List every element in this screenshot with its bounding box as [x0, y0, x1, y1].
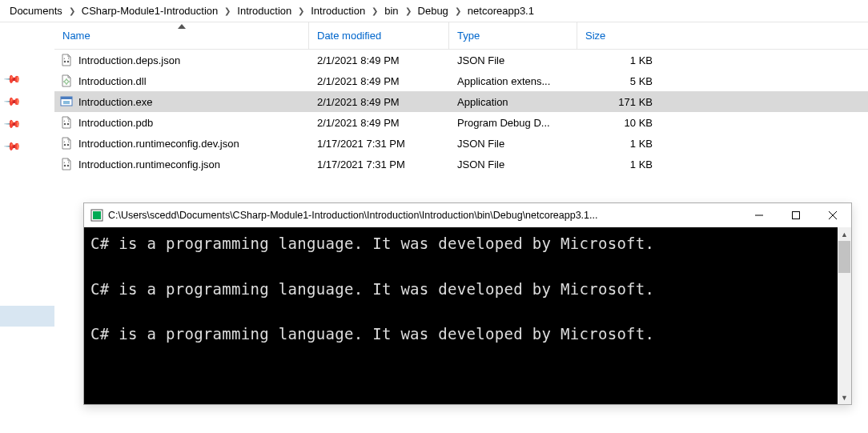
- chevron-right-icon: ❯: [69, 6, 75, 15]
- svg-rect-13: [93, 211, 101, 219]
- breadcrumb-segment[interactable]: bin: [381, 3, 401, 18]
- pin-icon[interactable]: 📌: [2, 136, 21, 154]
- file-name: Introduction.pdb: [78, 117, 153, 129]
- file-name: Introduction.exe: [78, 96, 153, 108]
- breadcrumb-segment[interactable]: CSharp-Module1-Introduction: [78, 3, 222, 18]
- file-size: 10 KB: [577, 117, 661, 129]
- file-type: JSON File: [449, 138, 577, 150]
- chevron-right-icon: ❯: [298, 6, 304, 15]
- file-name: Introduction.runtimeconfig.json: [78, 158, 220, 170]
- svg-point-10: [64, 165, 66, 166]
- json-file-icon: [59, 53, 74, 67]
- sidebar-selected-item[interactable]: [0, 306, 54, 327]
- breadcrumb-segment[interactable]: Introduction: [234, 3, 295, 18]
- dll-file-icon: [59, 74, 74, 88]
- file-date: 1/17/2021 7:31 PM: [309, 158, 449, 170]
- pin-icon[interactable]: 📌: [2, 69, 21, 87]
- pin-icon[interactable]: 📌: [2, 91, 21, 110]
- chevron-right-icon: ❯: [372, 6, 378, 15]
- navigation-sidebar: 📌 📌 📌 📌: [0, 22, 54, 433]
- listview-header: Name Date modified Type Size: [54, 22, 868, 50]
- column-header-date[interactable]: Date modified: [309, 22, 449, 49]
- console-line: C# is a programming language. It was dev…: [90, 323, 831, 346]
- console-line: C# is a programming language. It was dev…: [90, 278, 831, 301]
- svg-rect-5: [63, 101, 70, 104]
- file-row[interactable]: Introduction.pdb2/1/2021 8:49 PMProgram …: [54, 112, 868, 133]
- maximize-button[interactable]: [778, 203, 814, 227]
- file-size: 1 KB: [577, 158, 661, 170]
- console-line: C# is a programming language. It was dev…: [90, 232, 831, 255]
- file-type: JSON File: [449, 54, 577, 66]
- svg-rect-4: [61, 97, 72, 99]
- json-file-icon: [59, 136, 74, 150]
- chevron-right-icon: ❯: [405, 6, 412, 15]
- file-type: Application: [449, 96, 577, 108]
- file-row[interactable]: Introduction.exe2/1/2021 8:49 PMApplicat…: [54, 91, 868, 112]
- breadcrumb-segment[interactable]: netcoreapp3.1: [464, 3, 537, 18]
- json-file-icon: [59, 157, 74, 171]
- minimize-button[interactable]: [741, 203, 778, 227]
- close-button[interactable]: [814, 203, 851, 227]
- pdb-file-icon: [59, 115, 74, 130]
- file-row[interactable]: Introduction.dll2/1/2021 8:49 PMApplicat…: [54, 70, 868, 91]
- breadcrumb-segment[interactable]: Documents: [6, 3, 66, 18]
- file-type: Program Debug D...: [449, 117, 577, 129]
- file-name: Introduction.deps.json: [78, 54, 180, 66]
- svg-point-8: [64, 144, 66, 146]
- column-header-type[interactable]: Type: [449, 22, 577, 49]
- svg-point-0: [64, 61, 66, 62]
- column-header-name[interactable]: Name: [54, 22, 309, 49]
- column-header-size[interactable]: Size: [577, 22, 661, 49]
- file-date: 2/1/2021 8:49 PM: [309, 96, 449, 108]
- console-output: C# is a programming language. It was dev…: [84, 227, 838, 404]
- svg-point-9: [67, 144, 69, 146]
- console-app-icon: [90, 209, 103, 222]
- file-row[interactable]: Introduction.deps.json2/1/2021 8:49 PMJS…: [54, 50, 868, 70]
- file-date: 2/1/2021 8:49 PM: [309, 117, 449, 129]
- file-size: 1 KB: [577, 138, 661, 150]
- file-size: 171 KB: [577, 96, 661, 108]
- breadcrumb-segment[interactable]: Introduction: [307, 3, 368, 18]
- file-date: 2/1/2021 8:49 PM: [309, 75, 449, 87]
- console-titlebar[interactable]: C:\Users\scedd\Documents\CSharp-Module1-…: [84, 203, 851, 227]
- console-window: C:\Users\scedd\Documents\CSharp-Module1-…: [83, 202, 852, 405]
- file-date: 2/1/2021 8:49 PM: [309, 54, 449, 66]
- file-row[interactable]: Introduction.runtimeconfig.json1/17/2021…: [54, 154, 868, 174]
- file-listview: Name Date modified Type Size Introductio…: [54, 22, 868, 174]
- file-size: 1 KB: [577, 54, 661, 66]
- svg-rect-15: [793, 212, 800, 219]
- file-row[interactable]: Introduction.runtimeconfig.dev.json1/17/…: [54, 133, 868, 154]
- exe-file-icon: [59, 94, 74, 109]
- svg-point-6: [64, 123, 66, 125]
- chevron-right-icon: ❯: [455, 6, 461, 15]
- svg-point-7: [67, 123, 69, 125]
- scroll-thumb[interactable]: [838, 241, 850, 273]
- breadcrumb: Documents❯CSharp-Module1-Introduction❯In…: [0, 0, 868, 22]
- scroll-down-button[interactable]: ▼: [838, 391, 851, 404]
- console-title: C:\Users\scedd\Documents\CSharp-Module1-…: [108, 210, 741, 221]
- svg-point-1: [67, 61, 69, 62]
- file-type: JSON File: [449, 158, 577, 170]
- file-size: 5 KB: [577, 75, 661, 87]
- breadcrumb-segment[interactable]: Debug: [415, 3, 452, 18]
- scroll-up-button[interactable]: ▲: [838, 227, 851, 241]
- file-name: Introduction.dll: [78, 75, 147, 87]
- file-date: 1/17/2021 7:31 PM: [309, 138, 449, 150]
- chevron-right-icon: ❯: [224, 6, 231, 15]
- pin-icon[interactable]: 📌: [2, 114, 21, 132]
- file-name: Introduction.runtimeconfig.dev.json: [78, 138, 239, 150]
- console-scrollbar[interactable]: ▲ ▼: [838, 227, 851, 404]
- file-type: Application extens...: [449, 75, 577, 87]
- svg-point-11: [67, 165, 69, 166]
